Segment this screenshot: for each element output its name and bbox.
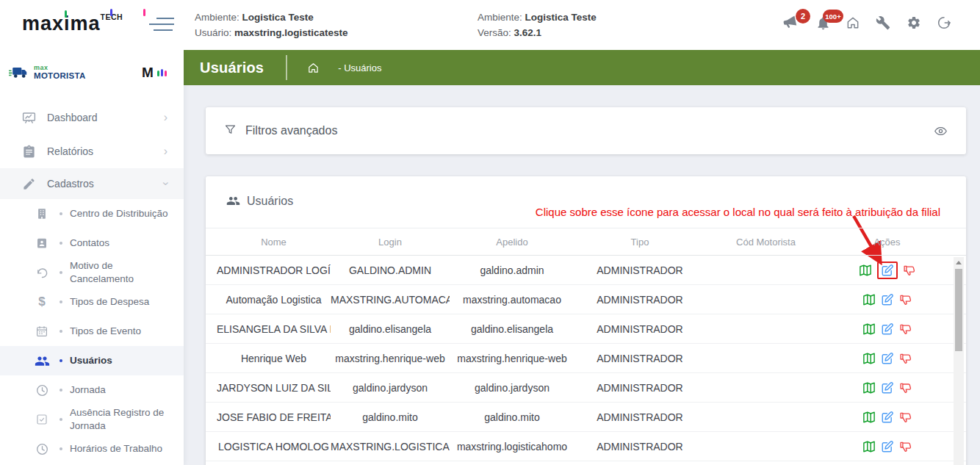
bullet-dot [60,330,62,333]
thumbs-down-icon[interactable] [899,322,912,336]
sidebar-item-tipos-de-despesa[interactable]: $ Tipos de Despesa [0,287,184,317]
cell-nome: LOGISTICA HOMOLOG [217,441,331,453]
column-header-tipo: Tipo [574,237,705,248]
version-label: Versão: [478,27,511,38]
sidebar-item-label: Cadastros [47,178,94,190]
sidebar-item-label: Motivo de Cancelamento [70,259,174,286]
cell-login: galdino.elisangela [331,323,450,335]
column-header-nome: Nome [217,237,331,248]
cell-login: maxstring.henrique-web [331,353,450,364]
clock-icon [34,383,50,397]
sidebar-item-label: Horários de Trabalho [70,442,174,455]
cell-login: galdino.jardyson [331,382,450,394]
product-logo[interactable]: max MOTORISTA M [0,50,184,101]
sidebar-item-jornada[interactable]: Jornada [0,375,184,405]
annotation-text: Clique sobre esse ícone para acessar o l… [536,206,940,218]
table-scrollbar[interactable] [954,257,964,465]
users-icon [34,353,50,369]
clock-icon [34,442,50,456]
breadcrumb-home-icon[interactable] [307,62,320,74]
thumbs-down-icon[interactable] [903,264,916,277]
sidebar-item-label: Usuários [70,354,174,367]
cell-login: galdino.mito [331,411,450,423]
wrench-icon[interactable] [876,15,890,33]
checkbox-icon [34,413,50,426]
sidebar-item-label: Tipos de Evento [70,325,174,338]
map-icon[interactable] [862,293,876,306]
edit-icon[interactable] [881,322,894,336]
panel-title: Usuários [226,194,293,208]
eye-icon[interactable] [934,124,948,138]
sidebar-item-usuarios[interactable]: Usuários [0,346,184,375]
sidebar-nav: Dashboard › Relatórios › Cadastros › [0,101,184,464]
table-header-row: Nome Login Apelido Tipo Cód Motorista Aç… [206,228,966,256]
logo-tick-pink [143,9,145,16]
chevron-down-icon: › [159,181,172,185]
thumbs-down-icon[interactable] [899,352,912,365]
home-icon[interactable] [846,15,860,33]
sidebar-item-label: Jornada [70,383,174,397]
map-icon[interactable] [862,411,876,424]
advanced-filters-panel[interactable]: Filtros avançados [206,107,966,154]
map-icon[interactable] [862,352,876,365]
menu-toggle-icon[interactable] [149,17,176,33]
sidebar-item-label: Ausência Registro de Jornada [70,406,174,433]
m-logo: M [142,65,154,81]
edit-icon-highlighted[interactable] [877,262,898,279]
logout-icon[interactable] [937,15,951,33]
scrollbar-thumb[interactable] [955,269,962,351]
edit-icon[interactable] [881,440,894,453]
env-label: Ambiente: [478,12,522,23]
bell-badge: 100+ [823,10,843,23]
bullet-dot [60,447,62,450]
sidebar-item-contatos[interactable]: Contatos [0,228,184,258]
sidebar-item-dashboard[interactable]: Dashboard › [0,101,184,134]
edit-icon[interactable] [881,381,894,394]
truck-icon [9,65,31,84]
bullet-dot [60,271,62,274]
cell-acoes [826,411,948,424]
thumbs-down-icon[interactable] [899,293,912,306]
sidebar-item-tipos-de-evento[interactable]: Tipos de Evento [0,317,184,346]
chevron-right-icon: › [164,145,167,158]
thumbs-down-icon[interactable] [899,411,912,424]
gear-icon[interactable] [907,15,921,33]
sidebar-item-centro-de-distribuicao[interactable]: Centro de Distribuição [0,199,184,228]
map-icon[interactable] [859,264,872,277]
cell-apelido: maxstring.automacao [450,294,574,306]
maximatech-logo[interactable]: maximaTECH [22,12,123,35]
logo-tick-indigo [110,9,112,16]
top-header: maximaTECH Ambiente: Logistica Teste Usu… [0,0,980,50]
env-value: Logistica Teste [242,12,314,23]
cell-apelido: galdino.jardyson [450,382,574,394]
edit-icon[interactable] [881,411,894,424]
env-label: Ambiente: [195,12,239,23]
map-icon[interactable] [862,440,876,453]
cell-acoes [826,322,948,336]
environment-info-right: Ambiente: Logistica Teste Versão: 3.62.1 [478,10,597,40]
cell-nome: ELISANGELA DA SILVA D. [217,323,331,335]
sidebar: max MOTORISTA M Dashboard › Relatórios › [0,50,184,465]
thumbs-down-icon[interactable] [899,440,912,453]
cell-tipo: ADMINISTRADOR [574,441,705,453]
map-icon[interactable] [862,322,876,336]
map-icon[interactable] [862,381,876,394]
sidebar-item-ausencia-registro-jornada[interactable]: Ausência Registro de Jornada [0,405,184,434]
edit-icon[interactable] [881,352,894,365]
column-header-acoes: Ações [826,237,948,248]
filter-icon [224,123,237,139]
sidebar-item-horarios-de-trabalho[interactable]: Horários de Trabalho [0,434,184,464]
sidebar-item-relatorios[interactable]: Relatórios › [0,134,184,168]
table-row: JARDYSON LUIZ DA SILV galdino.jardyson g… [206,373,966,403]
sidebar-item-cadastros[interactable]: Cadastros › [0,168,184,199]
cell-tipo: ADMINISTRADOR [574,264,705,276]
cell-login: GALDINO.ADMIN [331,264,450,276]
sidebar-item-motivo-de-cancelamento[interactable]: Motivo de Cancelamento [0,258,184,287]
thumbs-down-icon[interactable] [899,381,912,394]
users-table-panel: Usuários Clique sobre esse ícone para ac… [206,176,966,465]
column-header-login: Login [331,237,450,248]
scroll-up-arrow[interactable] [956,261,962,264]
panel-title-text: Usuários [247,195,293,208]
cell-apelido: maxstring.logisticahomo [450,441,574,453]
edit-icon[interactable] [881,293,894,306]
